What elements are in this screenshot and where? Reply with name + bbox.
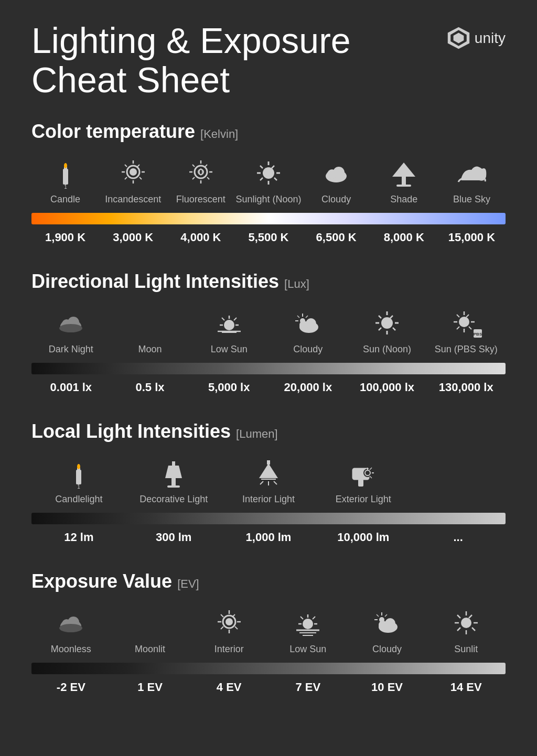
svg-rect-91 <box>267 460 270 465</box>
svg-point-62 <box>381 317 393 329</box>
directional-gradient-bar <box>31 363 506 374</box>
svg-line-101 <box>370 468 372 470</box>
exposure-values-row: -2 EV 1 EV 4 EV 7 EV 10 EV 14 EV <box>31 681 506 694</box>
svg-line-94 <box>274 481 277 484</box>
svg-line-57 <box>297 316 299 318</box>
ev-val-4: 10 EV <box>371 681 403 694</box>
svg-line-123 <box>300 617 303 619</box>
exterior-label: Exterior Light <box>336 494 391 505</box>
svg-point-27 <box>263 167 274 179</box>
svg-line-131 <box>377 614 379 617</box>
ev-val-0: -2 EV <box>57 681 85 694</box>
lowsun-ev-icon <box>292 608 324 640</box>
local-val-1: 300 lm <box>156 531 192 544</box>
directional-cloudy-label: Cloudy <box>293 344 323 355</box>
color-temp-sun-noon: Sunlight (Noon) <box>234 158 302 205</box>
candle-icon: 1 <box>50 158 81 190</box>
svg-point-108 <box>59 624 82 632</box>
svg-marker-39 <box>392 163 415 177</box>
page-title: Lighting & Exposure Cheat Sheet <box>31 21 351 100</box>
svg-point-136 <box>461 618 471 628</box>
svg-line-34 <box>260 178 263 180</box>
svg-line-69 <box>379 328 381 330</box>
svg-line-77 <box>466 315 469 317</box>
svg-point-84 <box>77 464 80 469</box>
sun-noon-dir-icon <box>371 308 403 340</box>
svg-rect-104 <box>358 479 363 487</box>
exterior-icon <box>348 458 379 490</box>
svg-line-118 <box>235 627 238 629</box>
svg-line-92 <box>260 481 263 484</box>
moon-item: Moon <box>111 308 190 355</box>
exposure-icons-row: Moonless Moonlit Interior <box>31 608 506 655</box>
ev-val-2: 4 EV <box>217 681 242 694</box>
incandescent-label: Incandescent <box>105 194 161 205</box>
color-temp-icons-row: 1 Candle Incandescent <box>31 158 506 205</box>
color-temp-val-2: 4,000 K <box>180 231 221 244</box>
cloudy-label: Cloudy <box>321 194 351 205</box>
dark-night-label: Dark Night <box>49 344 93 355</box>
decorative-icon <box>158 458 189 490</box>
svg-line-141 <box>457 615 460 618</box>
cloudy-icon <box>320 158 352 190</box>
color-temp-shade: Shade <box>370 158 438 205</box>
ev-val-3: 7 EV <box>296 681 321 694</box>
moonlit-label: Moonlit <box>135 644 165 655</box>
color-temp-value-1: 3,000 K <box>99 231 167 244</box>
candle-label: Candle <box>50 194 80 205</box>
sun-noon-dir-label: Sun (Noon) <box>363 344 411 355</box>
svg-line-143 <box>457 628 460 631</box>
local-value-1: 300 lm <box>126 531 221 544</box>
sunlit-ev-item: Sunlit <box>426 608 506 655</box>
exposure-title: Exposure Value [EV] <box>31 570 506 592</box>
sun-pbs-icon: PBS <box>450 308 482 340</box>
directional-section: Directional Light Intensities [Lux] Dark… <box>31 271 506 394</box>
local-value-0: 12 lm <box>31 531 126 544</box>
blue-sky-label: Blue Sky <box>453 194 490 205</box>
sun-noon-label: Sunlight (Noon) <box>235 194 301 205</box>
svg-rect-88 <box>171 478 176 487</box>
incandescent-icon <box>117 158 149 190</box>
color-temp-gradient-bar <box>31 213 506 224</box>
svg-point-17 <box>195 166 207 178</box>
moonless-icon <box>55 608 87 640</box>
svg-line-144 <box>472 628 475 631</box>
exposure-section: Exposure Value [EV] Moonless Moonlit <box>31 570 506 694</box>
svg-text:PBS: PBS <box>473 332 481 337</box>
local-val-4: ... <box>453 531 463 544</box>
cloudy-ev-icon <box>371 608 403 640</box>
moonlit-icon <box>134 608 166 640</box>
candlelight-item: 1 Candlelight <box>31 458 126 505</box>
svg-line-103 <box>370 476 372 478</box>
cloudy-ev-label: Cloudy <box>372 644 402 655</box>
color-temp-value-4: 6,500 K <box>303 231 370 244</box>
color-temp-value-6: 15,000 K <box>438 231 506 244</box>
color-temp-cloudy: Cloudy <box>303 158 370 205</box>
svg-rect-89 <box>167 485 180 488</box>
directional-values-row: 0.001 lx 0.5 lx 5,000 lx 20,000 lx 100,0… <box>31 381 506 394</box>
low-sun-item: Low Sun <box>189 308 268 355</box>
svg-line-70 <box>393 328 395 330</box>
candlelight-label: Candlelight <box>55 494 102 505</box>
svg-line-117 <box>221 627 223 629</box>
svg-line-68 <box>390 316 393 318</box>
local-icons-row: 1 Candlelight Decorative Light <box>31 458 506 505</box>
decorative-item: Decorative Light <box>126 458 221 505</box>
interior-item: Interior Light <box>221 458 316 505</box>
unity-icon <box>447 26 470 50</box>
svg-point-119 <box>303 619 313 629</box>
shade-icon <box>388 158 420 190</box>
moonlit-item: Moonlit <box>111 608 190 655</box>
color-temp-incandescent: Incandescent <box>99 158 167 205</box>
ev-value-5: 14 EV <box>426 681 506 694</box>
color-temperature-section: Color temperature [Kelvin] 1 Candle <box>31 121 506 244</box>
local-val-3: 10,000 lm <box>337 531 389 544</box>
fluorescent-label: Fluorescent <box>176 194 225 205</box>
dir-value-2: 5,000 lx <box>189 381 268 394</box>
svg-rect-41 <box>396 185 411 187</box>
svg-marker-90 <box>259 463 278 478</box>
svg-point-45 <box>59 324 82 332</box>
dir-value-0: 0.001 lx <box>31 381 111 394</box>
dark-night-item: Dark Night <box>31 308 111 355</box>
color-temp-title: Color temperature [Kelvin] <box>31 121 506 143</box>
